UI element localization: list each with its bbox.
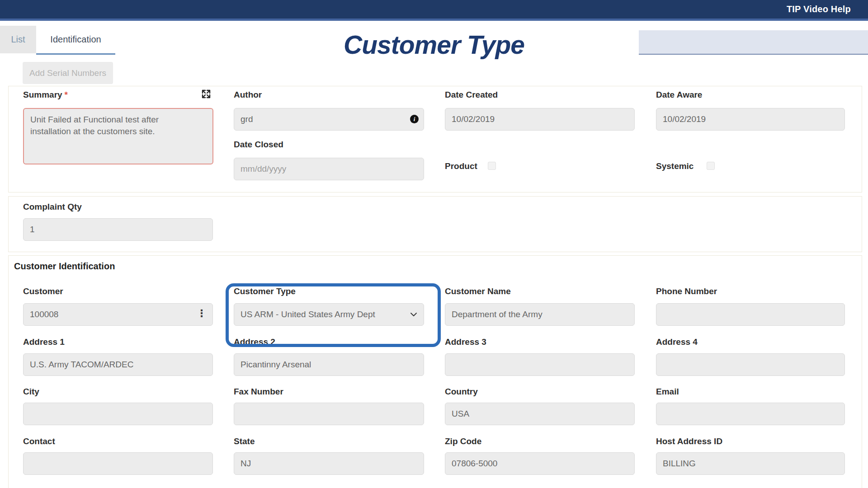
chevron-down-icon bbox=[410, 312, 417, 317]
tab-list[interactable]: List bbox=[0, 26, 36, 53]
customer-type-label: Customer Type bbox=[234, 286, 296, 296]
address2-label: Address 2 bbox=[234, 337, 275, 347]
country-input[interactable] bbox=[445, 403, 635, 425]
date-closed-label: Date Closed bbox=[234, 140, 283, 150]
expand-icon[interactable] bbox=[199, 88, 213, 101]
customer-name-input[interactable] bbox=[445, 303, 635, 326]
zip-code-label: Zip Code bbox=[445, 436, 481, 446]
host-address-id-label: Host Address ID bbox=[656, 436, 722, 446]
tab-identification-label: Identification bbox=[50, 34, 101, 45]
host-address-id-input[interactable] bbox=[656, 452, 845, 475]
contact-input[interactable] bbox=[23, 452, 213, 475]
phone-number-input[interactable] bbox=[656, 303, 845, 326]
customer-label: Customer bbox=[23, 286, 63, 296]
date-aware-input[interactable] bbox=[656, 108, 845, 131]
tip-video-help-link[interactable]: TIP Video Help bbox=[787, 4, 851, 14]
customer-input[interactable] bbox=[23, 303, 213, 326]
fax-number-label: Fax Number bbox=[234, 387, 283, 397]
page-title: Customer Type bbox=[316, 30, 552, 60]
customer-type-selected-option: US ARM - United States Army Dept bbox=[241, 310, 375, 319]
author-input[interactable] bbox=[234, 108, 424, 131]
customer-identification-heading: Customer Identification bbox=[14, 261, 115, 272]
address3-input[interactable] bbox=[445, 353, 635, 376]
country-label: Country bbox=[445, 387, 478, 397]
product-label: Product bbox=[445, 161, 477, 171]
address4-label: Address 4 bbox=[656, 337, 698, 347]
state-input[interactable] bbox=[234, 452, 424, 475]
zip-code-input[interactable] bbox=[445, 452, 635, 475]
customer-type-select[interactable]: US ARM - United States Army Dept bbox=[234, 303, 424, 326]
header-utility-strip bbox=[639, 30, 868, 55]
state-label: State bbox=[234, 436, 255, 446]
email-label: Email bbox=[656, 387, 679, 397]
address2-input[interactable] bbox=[234, 353, 424, 376]
email-input[interactable] bbox=[656, 403, 845, 425]
add-serial-numbers-button[interactable]: Add Serial Numbers bbox=[23, 62, 113, 84]
systemic-label: Systemic bbox=[656, 161, 693, 171]
customer-name-label: Customer Name bbox=[445, 286, 511, 296]
phone-number-label: Phone Number bbox=[656, 286, 717, 296]
address3-label: Address 3 bbox=[445, 337, 486, 347]
required-asterisk: * bbox=[65, 90, 68, 99]
city-input[interactable] bbox=[23, 403, 213, 425]
date-aware-label: Date Aware bbox=[656, 90, 702, 100]
info-icon[interactable]: i bbox=[410, 115, 419, 123]
address1-input[interactable] bbox=[23, 353, 213, 376]
systemic-checkbox[interactable] bbox=[707, 162, 715, 170]
complaint-qty-label: Complaint Qty bbox=[23, 202, 82, 212]
address1-label: Address 1 bbox=[23, 337, 65, 347]
address4-input[interactable] bbox=[656, 353, 845, 376]
general-info-panel: Summary* Unit Failed at Functional test … bbox=[8, 86, 862, 192]
tab-list-label: List bbox=[11, 34, 25, 45]
complaint-qty-panel: Complaint Qty bbox=[8, 196, 862, 252]
complaint-qty-input[interactable] bbox=[23, 218, 213, 241]
summary-label: Summary* bbox=[23, 90, 68, 100]
date-created-input[interactable] bbox=[445, 108, 635, 131]
city-label: City bbox=[23, 387, 39, 397]
summary-textarea[interactable]: Unit Failed at Functional test after ins… bbox=[23, 108, 213, 164]
fax-number-input[interactable] bbox=[234, 403, 424, 425]
kebab-menu-icon[interactable]: ⋮ bbox=[197, 309, 207, 319]
contact-label: Contact bbox=[23, 436, 55, 446]
customer-identification-panel: Customer Identification Customer ⋮ Custo… bbox=[8, 255, 862, 488]
top-navigation-bar: TIP Video Help bbox=[0, 0, 868, 21]
date-closed-input[interactable] bbox=[234, 158, 424, 180]
product-checkbox[interactable] bbox=[488, 162, 496, 170]
author-label: Author bbox=[234, 90, 262, 100]
date-created-label: Date Created bbox=[445, 90, 498, 100]
tab-identification[interactable]: Identification bbox=[36, 26, 115, 55]
